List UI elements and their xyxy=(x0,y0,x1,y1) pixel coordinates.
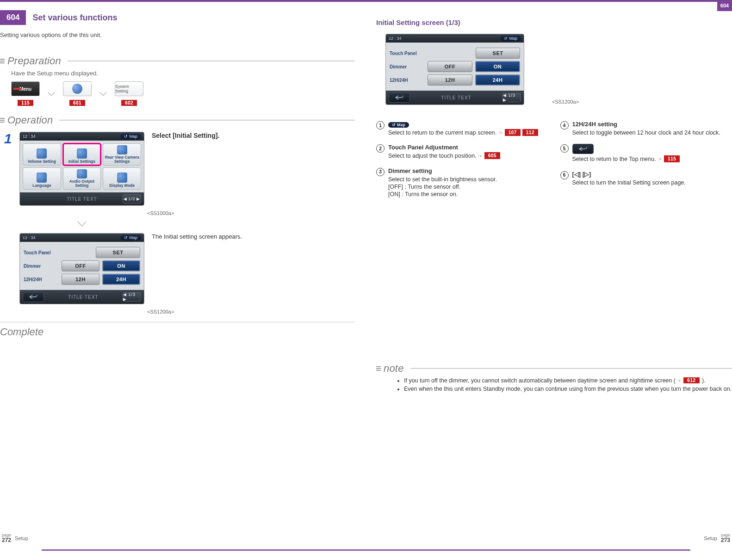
section-operation-head: Operation xyxy=(0,114,355,126)
setting-button: OFF xyxy=(62,260,99,271)
ref-badge: 115 xyxy=(664,155,680,162)
prep-thumb-2: System Setting 602 xyxy=(115,81,143,106)
desc-title xyxy=(572,144,732,154)
callout-number: 5 xyxy=(560,144,569,153)
footer-section: Setup xyxy=(15,535,28,541)
prep-thumb-0: Menu 115 xyxy=(11,81,40,106)
menu-tile: Language xyxy=(23,167,61,190)
pager-button: ◀ 1/3 ▶ xyxy=(123,292,141,302)
setting-button: SET xyxy=(96,247,140,258)
section-marker-icon xyxy=(376,366,381,371)
setting-button: 24H xyxy=(102,274,140,285)
setting-button: 24H xyxy=(475,74,520,86)
section-preparation-title: Preparation xyxy=(7,55,61,67)
desc-title: Touch Panel Adjustment xyxy=(388,144,548,151)
page-left: 604 Set various functions Setting variou… xyxy=(0,2,366,548)
desc-item: 2Touch Panel AdjustmentSelect to adjust … xyxy=(376,144,548,160)
rule-line xyxy=(59,120,355,121)
section-preparation-head: Preparation xyxy=(0,55,355,67)
page-footer-left: page272 Setup xyxy=(2,533,28,543)
note-list: If you turn off the dimmer, you cannot s… xyxy=(385,377,732,392)
prep-thumb-1: 601 xyxy=(63,81,92,106)
page-intro: Setting various options of the this unit… xyxy=(0,31,355,38)
callout-number: 3 xyxy=(376,168,385,176)
section-operation-title: Operation xyxy=(7,114,53,126)
back-button-icon xyxy=(389,92,410,103)
setting-button: OFF xyxy=(428,61,472,72)
setting-button: ON xyxy=(102,260,140,271)
screenshot-tag: <SS1200a> xyxy=(552,99,579,105)
screen-initial-setting-large: 12 : 34MapTouch PanelSETDimmerOFFON12H/2… xyxy=(385,34,524,105)
menu-tile: Display Mode xyxy=(103,167,141,190)
desc-title: Dimmer setting xyxy=(388,167,548,174)
menu-button-thumb: Menu xyxy=(11,81,40,96)
step-instruction: Select [Initial Setting]. xyxy=(152,132,219,139)
down-arrow-icon xyxy=(19,221,144,228)
callout-number: 4 xyxy=(560,121,569,129)
page-title: Set various functions xyxy=(32,13,117,23)
section-note-head: note xyxy=(376,363,732,375)
system-setting-thumb: System Setting xyxy=(115,81,143,96)
menu-tile: Rear View Camera Settings xyxy=(103,143,141,166)
desc-text: [OFF] : Turns the sensor off. xyxy=(388,183,548,191)
diagram-row: 12 : 34MapTouch PanelSETDimmerOFFON12H/2… xyxy=(385,34,732,105)
screen-time: 12 : 34 xyxy=(23,134,36,139)
rule-line xyxy=(410,368,732,369)
desc-text: Select to return to the current map scre… xyxy=(388,129,548,136)
page-right: Initial Setting screen (1/3) 12 : 34MapT… xyxy=(366,2,732,548)
desc-item: 6[◁] [▷]Select to turn the Initial Setti… xyxy=(560,171,732,186)
back-button-icon xyxy=(23,292,44,302)
desc-title: Map xyxy=(388,121,548,128)
preparation-desc: Have the Setup menu displayed. xyxy=(11,70,355,77)
desc-item: 5Select to return to the Top menu. ☞115 xyxy=(560,144,732,163)
desc-text: Select to turn the Initial Setting scree… xyxy=(572,179,732,186)
ref-badge: 107 xyxy=(505,129,521,136)
desc-title: [◁] [▷] xyxy=(572,171,732,178)
arrow-right-icon xyxy=(47,91,56,97)
right-heading: Initial Setting screen (1/3) xyxy=(376,18,732,26)
section-note-title: note xyxy=(384,363,404,375)
title-text-label: TITLE TEXT xyxy=(67,197,97,202)
callout-number: 6 xyxy=(560,171,569,179)
step-1: 1 12 : 34 Map Volume SettingInitial Sett… xyxy=(3,132,355,314)
preparation-row: Menu 115 601 System Setting 602 xyxy=(11,81,355,106)
title-row: 604 Set various functions xyxy=(0,10,355,25)
desc-item: 3Dimmer settingSelect to set the built-i… xyxy=(376,167,548,198)
note-item: Even when the this unit enters Standby m… xyxy=(404,386,732,392)
setting-button: 12H xyxy=(428,74,472,86)
pager-button: ◀ 1/2 ▶ xyxy=(123,194,141,203)
callout-number: 1 xyxy=(376,121,385,129)
page-footer-right: page273 Setup xyxy=(704,533,730,543)
map-icon: Map xyxy=(388,122,409,128)
setting-button: SET xyxy=(476,48,520,59)
setting-button: ON xyxy=(475,61,520,72)
ref-badge: 612 xyxy=(683,377,699,383)
desc-item: 1MapSelect to return to the current map … xyxy=(376,121,548,136)
section-marker-icon xyxy=(0,118,5,123)
desc-text: [ON] : Turns the sensor on. xyxy=(388,191,548,198)
desc-text: Select to set the built-in brightness se… xyxy=(388,176,548,183)
desc-text: Select to adjust the touch position. ☞60… xyxy=(388,152,548,160)
screen-initial-setting-small: 12 : 34MapTouch PanelSETDimmerOFFON12H/2… xyxy=(19,233,144,304)
complete-label: Complete xyxy=(0,322,355,338)
step-number: 1 xyxy=(3,132,13,146)
desc-text: Select to return to the Top menu. ☞115 xyxy=(572,155,732,163)
desc-title: 12H/24H setting xyxy=(572,121,732,128)
menu-tile: Audio Output Setting xyxy=(63,167,101,190)
screen-menu-grid: 12 : 34 Map Volume SettingInitial Settin… xyxy=(19,132,144,206)
settings-thumb xyxy=(63,81,92,96)
ref-badge: 115 xyxy=(18,100,33,106)
ref-badge: 601 xyxy=(69,100,85,106)
callout-number: 2 xyxy=(376,144,385,153)
arrow-right-icon xyxy=(99,91,107,97)
menu-tile: Volume Setting xyxy=(23,143,61,166)
note-item: If you turn off the dimmer, you cannot s… xyxy=(404,377,732,384)
screenshot-tag: <SS1200a> xyxy=(147,309,174,314)
desc-item: 412H/24H settingSelect to toggle between… xyxy=(560,121,732,136)
ref-badge: 605 xyxy=(484,152,500,159)
screenshot-tag: <SS1000a> xyxy=(147,210,174,216)
page-spread: 604 Set various functions Setting variou… xyxy=(0,2,732,548)
page-badge: 604 xyxy=(0,10,26,25)
menu-tile: Initial Settings xyxy=(63,143,101,166)
section-marker-icon xyxy=(0,59,5,63)
